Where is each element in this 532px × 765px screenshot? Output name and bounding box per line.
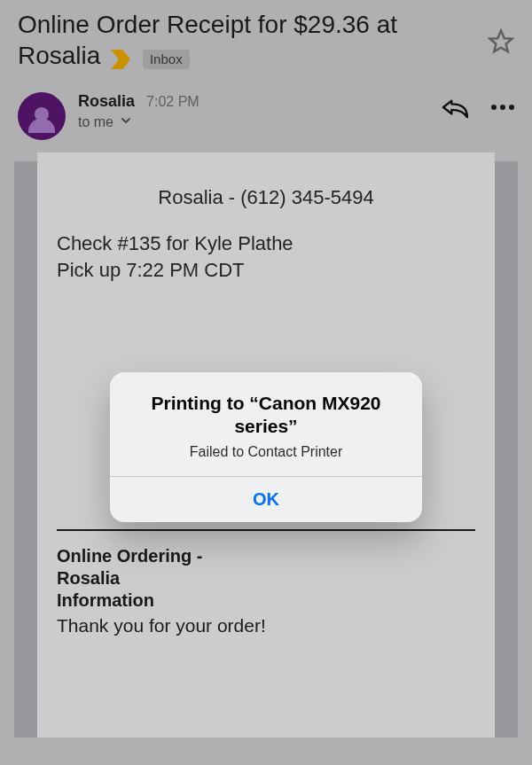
- sender-row: Rosalia 7:02 PM to me: [0, 71, 532, 149]
- sent-time: 7:02 PM: [146, 94, 200, 109]
- recipient-summary[interactable]: to me: [78, 114, 440, 130]
- order-info-title: Online Ordering - Rosalia Information: [57, 545, 216, 612]
- to-text: to me: [78, 114, 113, 129]
- alert-title: Printing to “Canon MX920 series”: [131, 392, 401, 439]
- section-divider: [57, 529, 475, 531]
- reply-icon[interactable]: [440, 96, 470, 119]
- subject-text: Online Order Receipt for $29.36 at Rosal…: [18, 11, 397, 69]
- email-subject: Online Order Receipt for $29.36 at Rosal…: [18, 9, 481, 71]
- alert-message: Failed to Contact Printer: [131, 444, 401, 460]
- sender-name: Rosalia: [78, 92, 135, 110]
- email-header: Online Order Receipt for $29.36 at Rosal…: [0, 0, 532, 71]
- restaurant-phone-line: Rosalia - (612) 345-5494: [57, 186, 475, 209]
- sender-line: Rosalia 7:02 PM: [78, 92, 440, 111]
- star-icon[interactable]: [488, 28, 514, 55]
- order-info-thanks: Thank you for your order!: [57, 615, 475, 636]
- print-error-alert: Printing to “Canon MX920 series” Failed …: [110, 372, 422, 522]
- message-actions: [440, 92, 514, 119]
- alert-ok-button[interactable]: OK: [110, 477, 422, 522]
- check-line: Check #135 for Kyle Plathe: [57, 230, 475, 257]
- svg-marker-0: [490, 31, 512, 52]
- check-info: Check #135 for Kyle Plathe Pick up 7:22 …: [57, 230, 475, 283]
- more-actions-icon[interactable]: [491, 105, 514, 110]
- chevron-down-icon: [121, 113, 131, 129]
- important-marker-icon[interactable]: [111, 50, 130, 69]
- inbox-label-badge[interactable]: Inbox: [143, 50, 190, 70]
- avatar[interactable]: [18, 92, 66, 140]
- pickup-line: Pick up 7:22 PM CDT: [57, 257, 475, 284]
